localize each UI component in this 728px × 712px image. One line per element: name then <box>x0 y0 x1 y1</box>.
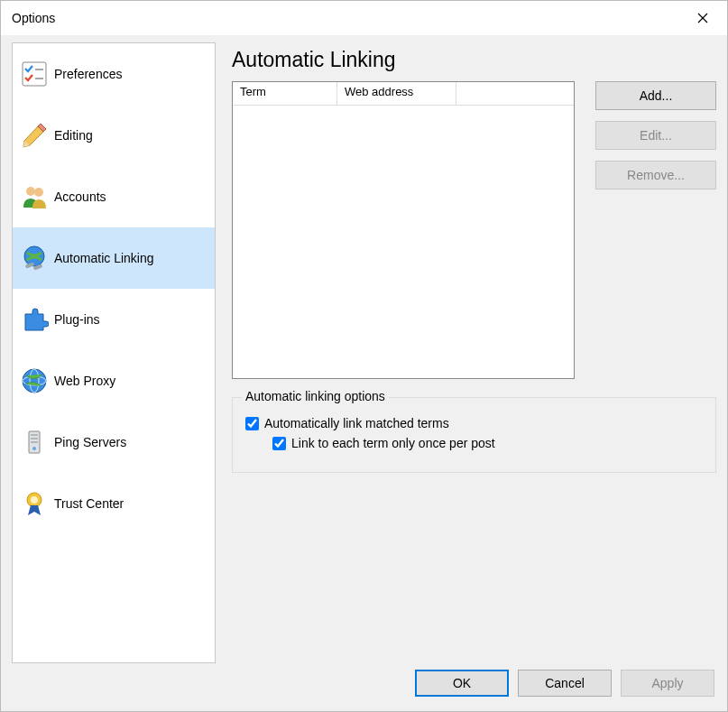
once-per-post-checkbox-row[interactable]: Link to each term only once per post <box>272 436 703 450</box>
sidebar-item-trust-center[interactable]: Trust Center <box>13 473 215 534</box>
pencil-icon <box>18 119 51 152</box>
automatic-linking-options-group: Automatic linking options Automatically … <box>232 397 716 473</box>
globe-icon <box>18 365 51 397</box>
auto-link-checkbox[interactable] <box>245 417 259 430</box>
sidebar-item-automatic-linking[interactable]: Automatic Linking <box>13 227 215 289</box>
sidebar-item-label: Automatic Linking <box>54 251 215 265</box>
cancel-button[interactable]: Cancel <box>518 670 612 697</box>
sidebar-item-ping-servers[interactable]: Ping Servers <box>13 411 215 473</box>
once-per-post-checkbox[interactable] <box>272 437 286 450</box>
close-icon <box>697 13 708 23</box>
sidebar-item-plugins[interactable]: Plug-ins <box>13 289 215 350</box>
main-area: Preferences Editing Accounts Automatic L… <box>1 35 727 669</box>
sidebar-item-label: Web Proxy <box>54 374 215 388</box>
page-heading: Automatic Linking <box>232 48 716 72</box>
column-header-blank <box>456 82 574 105</box>
sidebar-item-label: Accounts <box>54 190 215 204</box>
svg-rect-0 <box>23 62 46 86</box>
group-legend: Automatic linking options <box>242 389 389 403</box>
table-header-row: Term Web address <box>233 82 574 106</box>
title-bar: Options <box>1 1 727 35</box>
sidebar-item-editing[interactable]: Editing <box>13 105 215 166</box>
ok-button[interactable]: OK <box>415 670 509 697</box>
svg-point-6 <box>26 187 35 196</box>
window-title: Options <box>12 11 678 25</box>
svg-point-20 <box>31 496 38 504</box>
sidebar-item-preferences[interactable]: Preferences <box>13 43 215 105</box>
sidebar-item-label: Plug-ins <box>54 312 215 327</box>
once-per-post-label: Link to each term only once per post <box>291 436 495 450</box>
svg-point-18 <box>32 447 36 450</box>
sidebar-item-web-proxy[interactable]: Web Proxy <box>13 350 215 411</box>
svg-point-11 <box>23 369 46 393</box>
sidebar-item-label: Ping Servers <box>54 435 215 449</box>
sidebar-item-accounts[interactable]: Accounts <box>13 166 215 227</box>
sidebar: Preferences Editing Accounts Automatic L… <box>12 42 216 663</box>
svg-point-7 <box>34 188 43 197</box>
puzzle-icon <box>18 303 51 336</box>
preferences-icon <box>18 58 51 90</box>
column-header-webaddress[interactable]: Web address <box>337 82 456 105</box>
auto-link-label: Automatically link matched terms <box>264 416 449 430</box>
sidebar-item-label: Editing <box>54 128 215 143</box>
column-header-term[interactable]: Term <box>233 82 337 105</box>
content-panel: Automatic Linking Term Web address Add..… <box>216 42 716 663</box>
ribbon-icon <box>18 487 51 520</box>
edit-button: Edit... <box>595 121 716 150</box>
sidebar-item-label: Trust Center <box>54 496 215 511</box>
terms-table[interactable]: Term Web address <box>232 81 575 379</box>
users-icon <box>18 180 51 213</box>
dialog-footer: OK Cancel Apply <box>1 669 727 707</box>
remove-button: Remove... <box>595 161 716 190</box>
close-button[interactable] <box>678 1 727 35</box>
server-icon <box>18 426 51 458</box>
apply-button: Apply <box>621 670 714 697</box>
add-button[interactable]: Add... <box>595 81 716 110</box>
sidebar-item-label: Preferences <box>54 67 215 81</box>
auto-link-checkbox-row[interactable]: Automatically link matched terms <box>245 416 703 430</box>
globe-link-icon <box>18 242 51 274</box>
